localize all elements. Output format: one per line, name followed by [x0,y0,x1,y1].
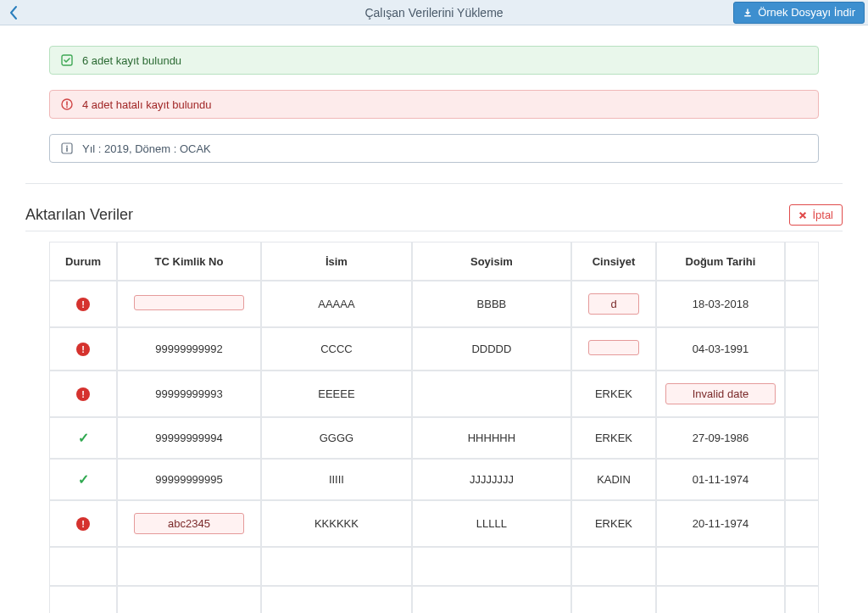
table-cell: AAAAA [261,281,412,327]
status-cell: ! [49,327,117,371]
table-cell: ERKEK [571,500,656,547]
section-title: Aktarılan Veriler [25,206,133,224]
empty-cell [117,586,261,613]
download-icon [743,8,753,18]
empty-cell [785,547,819,586]
table-cell: 27-09-1986 [656,417,785,459]
status-cell: ✓ [49,417,117,459]
invalid-value: Invalid date [665,383,776,404]
table-cell: EEEEE [261,371,412,417]
section-header: Aktarılan Veriler İptal [25,183,843,226]
table-cell: 04-03-1991 [656,327,785,371]
alert-success-text: 6 adet kayıt bulundu [82,54,181,67]
empty-cell [656,586,785,613]
alert-info: Yıl : 2019, Dönem : OCAK [49,134,819,163]
check-icon: ✓ [78,431,89,445]
alert-success: 6 adet kayıt bulundu [49,46,819,75]
table-cell: LLLLL [412,500,571,547]
table-cell: abc2345 [117,500,261,547]
table-cell: DDDDD [412,327,571,371]
table-row: ✓99999999995IIIIIJJJJJJJJKADIN01-11-1974 [49,459,819,500]
table-cell [117,281,261,327]
table-cell: BBBB [412,281,571,327]
col-actions [785,242,819,281]
table-cell: ERKEK [571,417,656,459]
col-gender: Cinsiyet [571,242,656,281]
table-cell [412,371,571,417]
status-cell: ! [49,500,117,547]
table-cell: ERKEK [571,371,656,417]
table-cell: KKKKKK [261,500,412,547]
table-cell: KADIN [571,459,656,500]
svg-point-3 [66,106,68,108]
status-cell: ! [49,371,117,417]
status-cell: ! [49,281,117,327]
check-icon: ✓ [78,472,89,487]
table-cell: Invalid date [656,371,785,417]
empty-cell [571,547,656,586]
table-row: !99999999993EEEEEERKEKInvalid date [49,371,819,417]
empty-cell [785,586,819,613]
chevron-left-icon [8,5,19,20]
table-cell: HHHHHH [412,417,571,459]
empty-cell [117,547,261,586]
table-cell: 99999999992 [117,327,261,371]
table-row: ✓99999999994GGGGHHHHHHERKEK27-09-1986 [49,417,819,459]
table-row-empty [49,586,819,613]
page-body: 6 adet kayıt bulundu 4 adet hatalı kayıt… [0,25,868,613]
table-cell: 01-11-1974 [656,459,785,500]
invalid-value [134,295,244,310]
actions-cell [785,500,819,547]
error-icon: ! [76,343,90,356]
check-square-icon [60,53,74,67]
table-cell: 99999999994 [117,417,261,459]
download-sample-button[interactable]: Örnek Dosyayı İndir [733,2,865,24]
info-square-icon [60,142,74,155]
table-row: !abc2345KKKKKKLLLLLERKEK20-11-1974 [49,500,819,547]
close-icon [798,211,807,220]
empty-cell [49,547,117,586]
error-icon: ! [76,517,90,531]
actions-cell [785,281,819,327]
table-cell: GGGG [261,417,412,459]
empty-cell [412,547,571,586]
top-bar: Çalışan Verilerini Yükleme Örnek Dosyayı… [0,0,868,25]
actions-cell [785,417,819,459]
table-cell: IIIII [261,459,412,500]
table-cell: 99999999993 [117,371,261,417]
invalid-value: abc2345 [134,513,244,534]
alert-stack: 6 adet kayıt bulundu 4 adet hatalı kayıt… [25,46,843,163]
invalid-value [588,340,639,355]
alert-error-text: 4 adet hatalı kayıt bulundu [82,98,212,111]
table-header-row: Durum TC Kimlik No İsim Soyisim Cinsiyet… [49,242,819,281]
back-button[interactable] [0,0,27,25]
cancel-button[interactable]: İptal [789,204,843,226]
empty-cell [261,586,412,613]
empty-cell [412,586,571,613]
table-cell: d [571,281,656,327]
col-tckn: TC Kimlik No [117,242,261,281]
table-cell: 20-11-1974 [656,500,785,547]
data-table: Durum TC Kimlik No İsim Soyisim Cinsiyet… [49,242,819,613]
actions-cell [785,327,819,371]
cancel-label: İptal [812,209,833,221]
table-cell: CCCC [261,327,412,371]
col-name: İsim [261,242,412,281]
empty-cell [571,586,656,613]
table-row: !AAAAABBBBd18-03-2018 [49,281,819,327]
table-cell [571,327,656,371]
status-cell: ✓ [49,459,117,500]
error-icon: ! [76,298,90,311]
table-row-empty [49,547,819,586]
actions-cell [785,459,819,500]
alert-info-text: Yıl : 2019, Dönem : OCAK [82,142,211,155]
col-dob: Doğum Tarihi [656,242,785,281]
empty-cell [656,547,785,586]
table-cell: 99999999995 [117,459,261,500]
table-cell: 18-03-2018 [656,281,785,327]
error-icon: ! [76,387,90,401]
empty-cell [49,586,117,613]
alert-error: 4 adet hatalı kayıt bulundu [49,90,819,119]
empty-cell [261,547,412,586]
alert-circle-icon [60,98,74,111]
